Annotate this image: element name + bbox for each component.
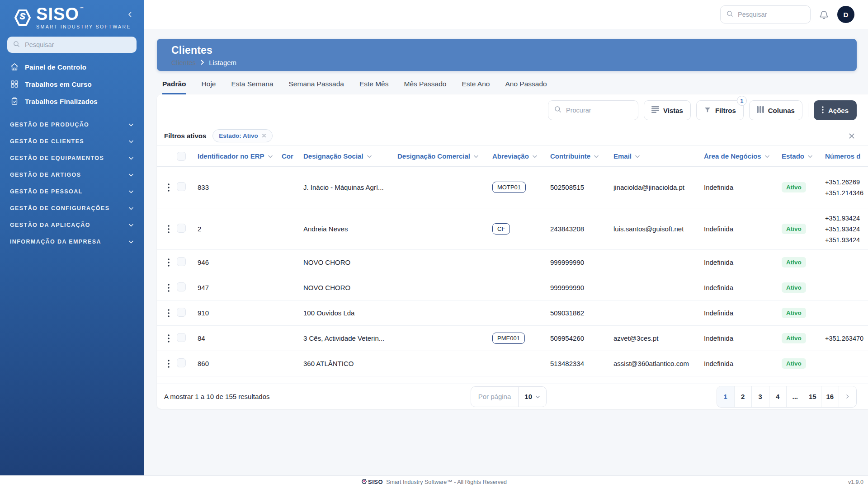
sidebar-section-gestao-da-aplicacao[interactable]: GESTÃO DA APLICAÇÃO [0,216,144,233]
column-header-estado[interactable]: Estado [782,152,825,160]
next-page-button[interactable] [839,386,857,407]
close-filters-icon[interactable] [847,131,857,141]
column-header-label: Designação Comercial [397,152,470,160]
row-menu-button[interactable] [160,258,177,267]
sort-chevron-icon [635,152,640,160]
clipboard-icon [10,97,19,106]
column-header-designacao-comercial[interactable]: Designação Comercial [397,152,492,160]
row-menu-button[interactable] [160,225,177,233]
table-row: 947NOVO CHORO999999990IndefinidaAtivo [157,275,868,300]
tab-hoje[interactable]: Hoje [202,80,216,94]
per-page-control: Por página 10 [471,386,547,407]
row-menu-button[interactable] [160,309,177,317]
breadcrumb: Clientes Listagem [171,59,857,66]
sidebar-section-informacao-da-empresa[interactable]: INFORMAÇÃO DA EMPRESA [0,233,144,250]
tab-este-ano[interactable]: Este Ano [462,80,490,94]
row-checkbox[interactable] [177,358,186,367]
cell-email: jinaciolda@jinaciolda.pt [613,183,704,191]
breadcrumb-root[interactable]: Clientes [171,59,196,66]
estado-badge: Ativo [782,358,806,369]
sort-chevron-icon [367,152,372,160]
row-checkbox[interactable] [177,257,186,266]
page-button-[interactable]: ... [787,386,804,407]
select-all-checkbox[interactable] [177,152,186,161]
page-button-3[interactable]: 3 [752,386,769,407]
sidebar-item-trabalhos-em-curso[interactable]: Trabalhos em Curso [0,75,144,93]
column-header-label: Números d [825,152,860,160]
siso-logo-icon [13,8,33,28]
copyright-text: Smart Industry Software™ - All Rights Re… [386,479,507,485]
cell-numeros: +351.93424+351.93424+351.93424 [825,213,868,245]
page-buttons: 1234...1516 [717,386,857,408]
column-header-email[interactable]: Email [613,152,704,160]
column-header-label: Designação Social [303,152,363,160]
remove-filter-icon[interactable] [262,132,266,139]
sidebar-section-gestao-de-artigos[interactable]: GESTÃO DE ARTIGOS [0,166,144,183]
sidebar-item-painel-de-controlo[interactable]: Painel de Controlo [0,58,144,75]
tab-semana-passada[interactable]: Semana Passada [289,80,344,94]
notifications-bell-icon[interactable] [819,9,829,20]
row-checkbox[interactable] [177,333,186,342]
cell-estado: Ativo [782,333,825,343]
page-button-1[interactable]: 1 [717,386,735,407]
sidebar-collapse-button[interactable] [127,11,134,20]
row-checkbox[interactable] [177,282,186,291]
filtros-button[interactable]: Filtros 1 [696,100,744,120]
column-header-designacao-social[interactable]: Designação Social [303,152,397,160]
page-button-15[interactable]: 15 [804,386,822,407]
sidebar-section-gestao-de-pessoal[interactable]: GESTÃO DE PESSOAL [0,183,144,200]
row-menu-button[interactable] [160,284,177,292]
sidebar-section-gestao-de-configuracoes[interactable]: GESTÃO DE CONFIGURAÇÕES [0,200,144,216]
app-version: v1.9.0 [848,479,863,485]
cell-email: azvet@3ces.pt [613,334,704,342]
row-menu-button[interactable] [160,334,177,343]
sidebar-item-trabalhos-finalizados[interactable]: Trabalhos Finalizados [0,93,144,110]
row-checkbox[interactable] [177,308,186,317]
cell-area-negocios: Indefinida [704,334,782,342]
sidebar-section-gestao-de-producao[interactable]: GESTÃO DE PRODUÇÃO [0,116,144,133]
sidebar-search-input[interactable] [25,41,131,48]
row-checkbox[interactable] [177,182,186,191]
tab-padrao[interactable]: Padrão [162,80,186,94]
table-search-input[interactable] [566,107,632,114]
cell-estado: Ativo [782,282,825,293]
sidebar-section-gestao-de-equipamentos[interactable]: GESTÃO DE EQUIPAMENTOS [0,150,144,166]
sidebar: SISO™ SMART INDUSTRY SOFTWARE Painel de … [0,0,144,475]
row-menu-button[interactable] [160,183,177,192]
chevron-down-icon [128,204,134,212]
table-search[interactable] [548,100,638,120]
filter-chip-estado-ativo[interactable]: Estado: Ativo [212,129,273,142]
vistas-button[interactable]: Vistas [644,100,691,120]
siso-logo-icon [361,478,367,486]
row-checkbox[interactable] [177,224,186,233]
global-search[interactable] [720,5,811,23]
column-header-abreviacao[interactable]: Abreviação [492,152,550,160]
sort-chevron-icon [473,152,479,160]
tab-ano-passado[interactable]: Ano Passado [505,80,547,94]
tab-este-mes[interactable]: Este Mês [359,80,389,94]
cell-contribuinte: 509031862 [550,309,613,317]
user-avatar[interactable]: D [837,6,854,23]
acoes-button[interactable]: Ações [814,100,857,120]
cell-numeros: +351.26269+351.214346 [825,177,868,198]
table-toolbar: Vistas Filtros 1 Colunas [157,94,868,126]
page-button-16[interactable]: 16 [821,386,839,407]
estado-badge: Ativo [782,333,806,343]
page-button-4[interactable]: 4 [769,386,787,407]
tab-esta-semana[interactable]: Esta Semana [231,80,273,94]
cell-email: luis.santos@guisoft.net [613,225,704,233]
column-header-label: Área de Negócios [704,152,761,160]
per-page-select[interactable]: 10 [519,393,546,400]
sidebar-section-gestao-de-clientes[interactable]: GESTÃO DE CLIENTES [0,133,144,150]
sidebar-search[interactable] [7,37,137,53]
tab-mes-passado[interactable]: Mês Passado [404,80,446,94]
column-header-identificador-no-erp[interactable]: Identificador no ERP [198,152,282,160]
page-button-2[interactable]: 2 [735,386,752,407]
estado-badge: Ativo [782,257,806,267]
column-header-contribuinte[interactable]: Contribuinte [550,152,613,160]
filter-chip-label: Estado: Ativo [219,132,258,139]
colunas-button[interactable]: Colunas [749,100,802,120]
column-header-area-de-negocios[interactable]: Área de Negócios [704,152,782,160]
global-search-input[interactable] [738,11,805,18]
row-menu-button[interactable] [160,360,177,368]
